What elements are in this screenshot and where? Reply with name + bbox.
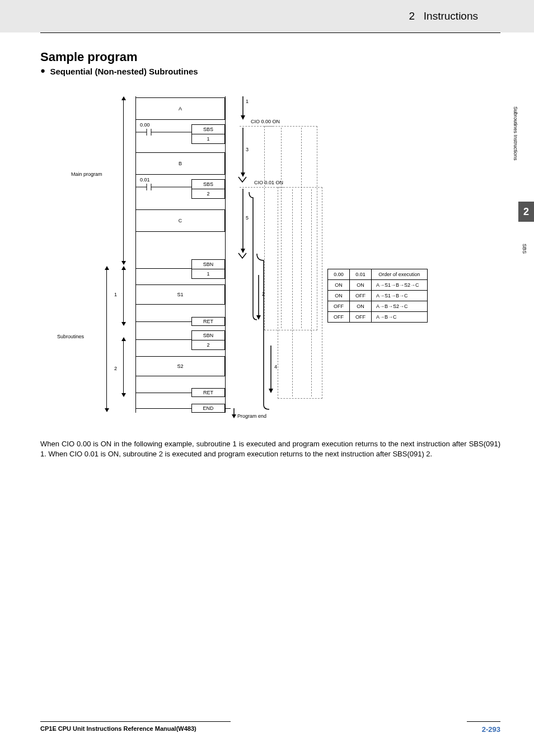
sbs-2-box: SBS 2 [191,179,225,199]
rung-line [135,408,191,409]
table-row: ON ON A→S1→B→S2→C [328,280,428,291]
explanation-text: When CIO 0.00 is ON in the following exa… [40,439,500,459]
arrowhead-down-icon [121,261,126,265]
svg-marker-19 [232,414,236,418]
footer-rule [40,721,231,722]
arrowhead-down-icon [121,322,126,326]
arrowhead-up-icon [105,266,109,270]
vline [106,269,107,409]
program-end-label: Program end [237,413,266,419]
arrowhead-up-icon [121,96,126,100]
table-header: 0.00 [328,269,350,280]
flow-arrow-down-icon [240,189,246,253]
table-row: 0.00 0.01 Order of execution [328,269,428,280]
page-number: 2-293 [482,725,500,734]
rung-line [135,268,191,269]
dashed-box-001 [278,187,322,399]
flow-label-4: 4 [274,364,277,370]
block-b: B [135,152,225,175]
sbs-1-box: SBS 1 [191,124,225,144]
footer-manual: CP1E CPU Unit Instructions Reference Man… [40,725,196,732]
return-marker-icon [237,176,248,183]
dashed-vline [311,189,312,396]
table-header: 0.01 [350,269,372,280]
dashed-vline [301,128,302,328]
flow-label-1: 1 [246,99,249,104]
hline [225,408,231,409]
table-row: OFF OFF A→B→C [328,312,428,323]
page-footer: CP1E CPU Unit Instructions Reference Man… [0,711,534,756]
flow-arrow-down-icon [240,128,246,177]
return-marker-icon [237,253,248,259]
main-program-label: Main program [71,171,102,177]
arrowhead-down-icon [105,408,109,412]
table-row: ON OFF A→S1→B→C [328,291,428,301]
order-of-execution-table: 0.00 0.01 Order of execution ON ON A→S1→… [327,269,428,323]
table-header: Order of execution [372,269,428,280]
flow-arrow-down-icon [231,408,237,418]
ret-1-box: RET [191,317,225,326]
arrowhead-up-icon [121,266,126,270]
flow-label-3: 3 [246,147,249,152]
svg-marker-9 [241,115,245,120]
footer-rule [467,721,500,722]
dashed-vline [281,128,282,328]
block-a: A [135,97,225,120]
table-row: OFF ON A→B→S2→C [328,301,428,312]
contact-000-label: 0.00 [140,122,150,128]
flow-arrow-down-icon [268,346,274,393]
vline [123,269,124,323]
ladder-contact-icon [135,183,191,192]
diagram: Main program Subroutines 1 2 [40,87,449,429]
ret-2-box: RET [191,388,225,397]
block-s1: S1 [135,284,225,305]
svg-marker-17 [269,389,273,393]
contact-001-label: 0.01 [140,177,150,183]
ladder-contact-icon [135,128,191,137]
section-title: Sample program [40,50,500,64]
sub-num-1: 1 [114,292,117,297]
block-s2: S2 [135,356,225,376]
page-header: 2 Instructions [0,0,534,32]
rung-line [135,339,191,340]
block-c: C [135,209,225,232]
subroutines-label: Subroutines [57,334,84,339]
header-title: 2 Instructions [409,10,478,22]
rung-line [135,321,191,322]
vline [123,100,124,262]
bullet-icon: ● [40,66,45,75]
end-box: END [191,404,225,413]
rung-line [135,393,191,393]
sbn-1-box: SBN 1 [191,259,225,279]
cio-000-on-label: CIO 0.00 ON [251,119,280,124]
vline [123,340,124,394]
sbn-2-box: SBN 2 [191,330,225,350]
subsection-title: ● Sequential (Non-nested) Subroutines [40,67,500,76]
sub-num-2: 2 [114,366,117,371]
arrowhead-down-icon [121,393,126,397]
ladder-rail [225,96,226,413]
arrowhead-up-icon [121,337,126,341]
dashed-vline [292,189,293,396]
